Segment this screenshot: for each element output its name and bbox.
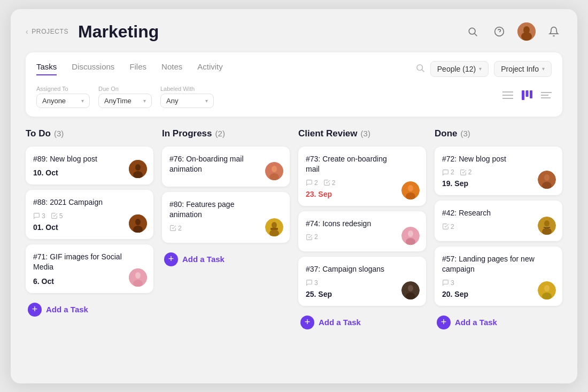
tabs-row: Tasks Discussions Files Notes Activity P… — [36, 61, 552, 77]
task-card-71[interactable]: #71: GIF images for Social Media 6. Oct — [26, 244, 153, 293]
subtasks-88: 5 — [51, 212, 63, 220]
task-card-57[interactable]: #57: Landing pages for new campaign 3 20… — [435, 247, 562, 306]
svg-point-47 — [544, 220, 550, 227]
task-meta-88: 3 5 — [33, 212, 146, 220]
col-header-todo: To Do (3) — [26, 128, 153, 139]
column-inprogress: In Progress (2) #76: On-boarding mail an… — [162, 128, 290, 271]
kanban-view-icon[interactable] — [522, 90, 532, 103]
tab-activity[interactable]: Activity — [197, 62, 223, 75]
add-task-client[interactable]: + Add a Task — [298, 311, 426, 334]
tab-notes[interactable]: Notes — [161, 62, 182, 75]
col-header-inprogress: In Progress (2) — [162, 128, 290, 139]
task-card-74[interactable]: #74: Icons redesign 2 — [298, 211, 426, 252]
header-icons — [464, 22, 562, 41]
task-avatar-74 — [401, 227, 420, 245]
svg-point-38 — [408, 230, 413, 237]
task-title-57: #57: Landing pages for new campaign — [442, 254, 555, 275]
task-card-72[interactable]: #72: New blog post 2 2 19. Sep — [435, 147, 562, 196]
task-title-72: #72: New blog post — [442, 154, 555, 165]
col-count-todo: (3) — [54, 129, 64, 138]
col-header-done: Done (3) — [435, 128, 562, 139]
people-label: People (12) — [437, 65, 476, 73]
user-avatar[interactable] — [517, 22, 536, 41]
back-label: PROJECTS — [32, 28, 68, 35]
labeled-select[interactable]: Any ▾ — [160, 94, 214, 108]
toolbar-right: People (12) ▾ Project Info ▾ — [415, 61, 552, 77]
assigned-label: Assigned To — [36, 86, 90, 92]
task-meta-72: 2 2 — [442, 168, 555, 176]
task-card-89[interactable]: #89: New blog post 10. Oct — [26, 147, 153, 185]
tabs: Tasks Discussions Files Notes Activity — [36, 62, 415, 75]
svg-point-41 — [408, 285, 413, 291]
toolbar-card: Tasks Discussions Files Notes Activity P… — [26, 52, 562, 117]
svg-rect-13 — [526, 90, 529, 97]
task-card-73[interactable]: #73: Create on-boarding mail 2 2 23. Sep — [298, 147, 426, 206]
view-icons — [502, 90, 552, 103]
task-avatar-89 — [129, 160, 147, 178]
svg-line-1 — [475, 34, 477, 36]
add-task-done[interactable]: + Add a Task — [435, 311, 562, 334]
grid-view-icon[interactable] — [541, 91, 552, 102]
assigned-select[interactable]: Anyone ▾ — [36, 94, 90, 108]
back-nav[interactable]: ‹ PROJECTS — [26, 27, 68, 36]
task-avatar-72 — [538, 171, 556, 189]
task-avatar-42 — [538, 217, 556, 235]
header: ‹ PROJECTS Marketing — [26, 22, 562, 42]
task-card-37[interactable]: #37: Campaign slogans 3 25. Sep — [298, 257, 426, 306]
col-title-inprogress: In Progress — [162, 128, 212, 139]
add-task-label-todo: Add a Task — [46, 305, 88, 314]
list-view-icon[interactable] — [502, 91, 513, 102]
column-client-review: Client Review (3) #73: Create on-boardin… — [298, 128, 426, 334]
task-card-88[interactable]: #88: 2021 Campaign 3 5 01. Oct — [26, 190, 153, 239]
comments-73: 2 — [306, 179, 318, 187]
svg-rect-33 — [270, 228, 278, 230]
app-container: ‹ PROJECTS Marketing — [11, 9, 577, 383]
svg-point-7 — [417, 65, 423, 71]
chevron-down-icon-4: ▾ — [143, 98, 146, 104]
task-card-42[interactable]: #42: Research 2 — [435, 201, 562, 241]
toolbar-search-icon[interactable] — [415, 63, 425, 75]
task-card-76[interactable]: #76: On-boarding mail animation — [162, 147, 290, 187]
help-button[interactable] — [491, 23, 508, 40]
svg-point-25 — [135, 272, 141, 279]
add-task-label-client: Add a Task — [319, 318, 361, 327]
tab-files[interactable]: Files — [129, 62, 146, 75]
notification-button[interactable] — [545, 23, 562, 40]
column-done: Done (3) #72: New blog post 2 2 19. Sep — [435, 128, 562, 334]
tab-tasks[interactable]: Tasks — [36, 62, 57, 75]
filters-row: Assigned To Anyone ▾ Due On AnyTime ▾ La… — [36, 86, 552, 108]
svg-rect-14 — [530, 90, 532, 98]
col-count-client: (3) — [361, 129, 370, 138]
search-button[interactable] — [464, 23, 481, 40]
plus-circle-inprogress: + — [164, 252, 178, 266]
col-count-inprogress: (2) — [215, 129, 225, 138]
col-title-done: Done — [435, 128, 458, 139]
task-title-71: #71: GIF images for Social Media — [33, 252, 146, 273]
people-button[interactable]: People (12) ▾ — [430, 61, 489, 77]
comments-57: 3 — [442, 279, 454, 287]
due-select[interactable]: AnyTime ▾ — [98, 94, 152, 108]
task-avatar-71 — [129, 268, 147, 287]
chevron-down-icon-3: ▾ — [81, 98, 84, 104]
svg-point-19 — [135, 164, 141, 171]
task-avatar-57 — [538, 281, 556, 299]
task-meta-57: 3 — [442, 279, 555, 287]
labeled-value: Any — [166, 97, 178, 105]
kanban-board: To Do (3) #89: New blog post 10. Oct #88… — [26, 128, 562, 334]
project-info-label: Project Info — [501, 65, 539, 73]
svg-point-6 — [521, 32, 532, 41]
subtasks-42: 2 — [442, 223, 454, 230]
svg-line-8 — [422, 70, 424, 72]
task-avatar-76 — [265, 162, 283, 180]
add-task-inprogress[interactable]: + Add a Task — [162, 248, 290, 271]
svg-point-35 — [408, 185, 413, 191]
task-card-80[interactable]: #80: Features page animation 2 — [162, 192, 290, 243]
project-info-button[interactable]: Project Info ▾ — [494, 61, 552, 77]
task-avatar-37 — [401, 281, 420, 299]
tab-discussions[interactable]: Discussions — [72, 62, 114, 75]
due-label: Due On — [98, 86, 152, 92]
col-header-client: Client Review (3) — [298, 128, 426, 139]
task-title-37: #37: Campaign slogans — [306, 264, 419, 275]
add-task-todo[interactable]: + Add a Task — [26, 298, 153, 321]
task-title-42: #42: Research — [442, 208, 555, 219]
